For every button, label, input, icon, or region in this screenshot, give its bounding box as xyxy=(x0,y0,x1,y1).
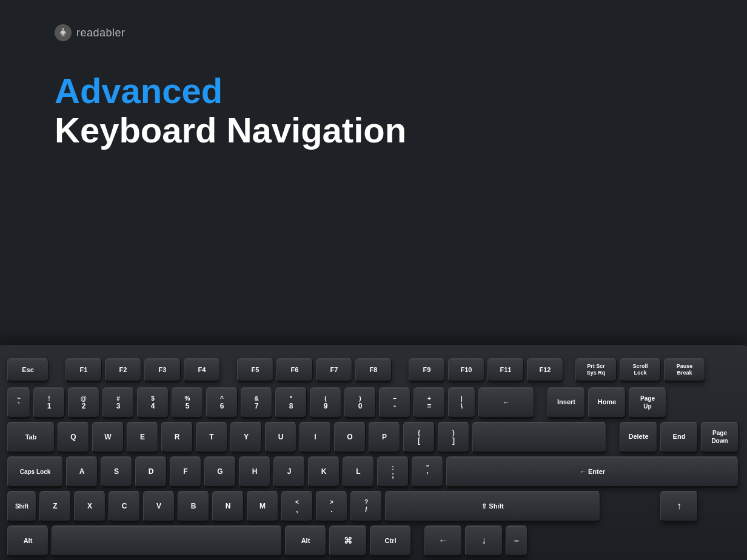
key-f11[interactable]: F11 xyxy=(487,358,524,382)
key-2[interactable]: @ 2 xyxy=(68,387,99,419)
key-alt-right[interactable]: Alt xyxy=(285,525,326,557)
key-shift-left[interactable]: Shift xyxy=(7,491,36,522)
key-z[interactable]: Z xyxy=(39,491,71,522)
logo-text: readabler xyxy=(76,27,126,39)
svg-point-0 xyxy=(62,28,64,30)
header: readabler Advanced Keyboard Navigation xyxy=(0,0,747,168)
key-n[interactable]: N xyxy=(212,491,244,522)
key-rbracket[interactable]: } ] xyxy=(438,422,469,453)
key-m[interactable]: M xyxy=(247,491,278,522)
key-shift-right[interactable]: ⇧ Shift xyxy=(385,491,600,522)
key-g[interactable]: G xyxy=(204,456,236,488)
keyboard: Esc F1 F2 F3 F4 F5 F6 F7 F8 F9 F10 F11 F… xyxy=(0,345,747,560)
key-f12[interactable]: F12 xyxy=(527,358,563,382)
key-home[interactable]: Home xyxy=(588,387,626,419)
key-backspace[interactable]: ← xyxy=(478,387,534,419)
key-k[interactable]: K xyxy=(308,456,340,488)
key-lbracket[interactable]: { [ xyxy=(403,422,435,453)
key-l[interactable]: L xyxy=(343,456,374,488)
key-arrow-right-partial[interactable]: – xyxy=(506,525,528,557)
key-backslash[interactable]: | \ xyxy=(448,387,475,419)
key-enter[interactable] xyxy=(472,422,606,453)
key-4[interactable]: $ 4 xyxy=(137,387,169,419)
key-ctrl-right[interactable]: Ctrl xyxy=(370,525,411,557)
key-y[interactable]: Y xyxy=(230,422,262,453)
key-pageup[interactable]: PageUp xyxy=(629,387,666,419)
key-minus[interactable]: – - xyxy=(379,387,410,419)
key-f2[interactable]: F2 xyxy=(105,358,141,382)
key-tilde[interactable]: ~ ` xyxy=(7,387,30,419)
key-w[interactable]: W xyxy=(92,422,124,453)
key-f8[interactable]: F8 xyxy=(355,358,392,382)
asdf-row: Caps Lock A S D F G H J K L : ; " ' ← En… xyxy=(7,456,739,488)
key-c[interactable]: C xyxy=(109,491,140,522)
key-r[interactable]: R xyxy=(161,422,193,453)
key-pause[interactable]: PauseBreak xyxy=(664,358,705,382)
key-equals[interactable]: + = xyxy=(414,387,445,419)
key-quote[interactable]: " ' xyxy=(412,456,443,488)
key-t[interactable]: T xyxy=(196,422,227,453)
title-advanced: Advanced xyxy=(55,72,692,110)
key-f[interactable]: F xyxy=(170,456,201,488)
key-a[interactable]: A xyxy=(66,456,98,488)
key-insert[interactable]: Insert xyxy=(548,387,585,419)
key-space[interactable] xyxy=(52,525,282,557)
key-o[interactable]: O xyxy=(334,422,366,453)
key-alt-left[interactable]: Alt xyxy=(7,525,49,557)
key-s[interactable]: S xyxy=(101,456,132,488)
key-arrow-left[interactable]: ← xyxy=(424,525,462,557)
key-6[interactable]: ^ 6 xyxy=(206,387,238,419)
key-arrow-down[interactable]: ↓ xyxy=(465,525,503,557)
key-menu[interactable]: ⌘ xyxy=(329,525,367,557)
key-v[interactable]: V xyxy=(143,491,175,522)
key-delete[interactable]: Delete xyxy=(620,422,657,453)
key-end[interactable]: End xyxy=(660,422,698,453)
key-9[interactable]: ( 9 xyxy=(310,387,341,419)
key-8[interactable]: * 8 xyxy=(275,387,307,419)
key-x[interactable]: X xyxy=(74,491,106,522)
key-period[interactable]: > . xyxy=(316,491,347,522)
key-pagedown[interactable]: PageDown xyxy=(701,422,739,453)
key-q[interactable]: Q xyxy=(58,422,89,453)
key-h[interactable]: H xyxy=(239,456,270,488)
key-semicolon[interactable]: : ; xyxy=(377,456,409,488)
key-f1[interactable]: F1 xyxy=(65,358,102,382)
zxcv-row: Shift Z X C V B N M < , > . ? / ⇧ Shift xyxy=(7,491,739,522)
key-f6[interactable]: F6 xyxy=(276,358,313,382)
key-f10[interactable]: F10 xyxy=(448,358,484,382)
key-1[interactable]: ! 1 xyxy=(33,387,65,419)
fn-row: Esc F1 F2 F3 F4 F5 F6 F7 F8 F9 F10 F11 F… xyxy=(7,358,739,382)
key-d[interactable]: D xyxy=(135,456,167,488)
num-row: ~ ` ! 1 @ 2 # 3 $ 4 % 5 xyxy=(7,387,739,419)
key-prtscr[interactable]: Prt ScrSys Rq xyxy=(575,358,617,382)
key-f7[interactable]: F7 xyxy=(316,358,352,382)
key-f9[interactable]: F9 xyxy=(409,358,445,382)
key-5[interactable]: % 5 xyxy=(172,387,203,419)
key-j[interactable]: J xyxy=(273,456,305,488)
key-capslock[interactable]: Caps Lock xyxy=(7,456,63,488)
key-3[interactable]: # 3 xyxy=(102,387,134,419)
key-0[interactable]: ) 0 xyxy=(344,387,376,419)
logo-row: readabler xyxy=(55,24,692,41)
key-f5[interactable]: F5 xyxy=(237,358,273,382)
key-arrow-up[interactable]: ↑ xyxy=(660,491,698,522)
key-esc[interactable]: Esc xyxy=(7,358,49,382)
keyboard-wrapper: Esc F1 F2 F3 F4 F5 F6 F7 F8 F9 F10 F11 F… xyxy=(0,345,747,560)
key-f4[interactable]: F4 xyxy=(184,358,220,382)
key-scrolllock[interactable]: ScrollLock xyxy=(620,358,661,382)
key-e[interactable]: E xyxy=(127,422,158,453)
key-tab[interactable]: Tab xyxy=(7,422,55,453)
key-b[interactable]: B xyxy=(178,491,209,522)
key-comma[interactable]: < , xyxy=(281,491,313,522)
logo-icon xyxy=(55,24,72,41)
title-sub: Keyboard Navigation xyxy=(55,110,692,151)
key-enter-2[interactable]: ← Enter xyxy=(446,456,739,488)
key-slash[interactable]: ? / xyxy=(350,491,382,522)
key-f3[interactable]: F3 xyxy=(144,358,181,382)
key-7[interactable]: & 7 xyxy=(241,387,272,419)
bottom-row: Ctrl Alt Alt ⌘ Ctrl ← ↓ – xyxy=(7,525,739,557)
qwerty-row: Tab Q W E R T Y U I O P { [ } ] Delete E… xyxy=(7,422,739,453)
key-i[interactable]: I xyxy=(300,422,331,453)
key-p[interactable]: P xyxy=(369,422,400,453)
key-u[interactable]: U xyxy=(265,422,296,453)
